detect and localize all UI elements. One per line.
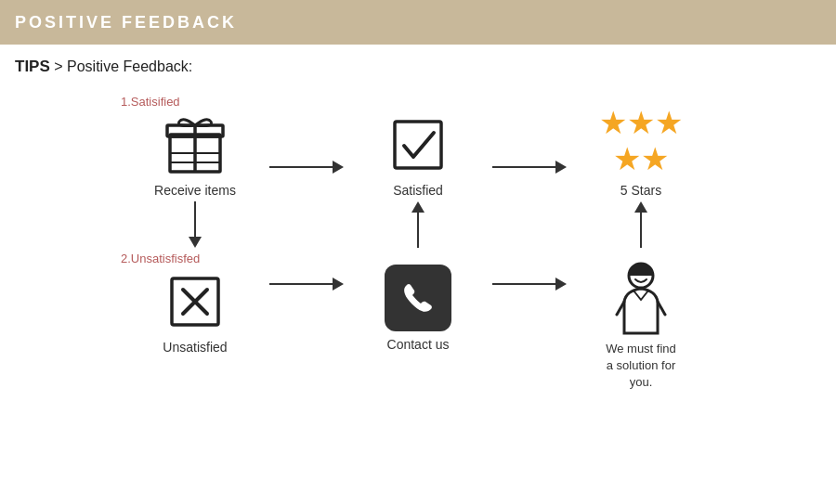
stars-display: ★★★ ★★ bbox=[599, 105, 683, 177]
arrow-down-1 bbox=[121, 198, 269, 252]
row1: 1.Satisified Receive items bbox=[28, 95, 808, 198]
unsatisfied-block: 2.Unsatisfisfed Unsatisfied bbox=[121, 252, 269, 355]
svg-rect-6 bbox=[395, 122, 441, 168]
satisfied-icon bbox=[385, 112, 451, 177]
solution-block: We must finda solution foryou. bbox=[567, 261, 715, 392]
solution-label: We must finda solution foryou. bbox=[606, 341, 676, 392]
row3: 2.Unsatisfisfed Unsatisfied Contact us bbox=[28, 252, 808, 392]
header-banner: POSITIVE FEEDBACK bbox=[0, 0, 836, 45]
arrow-right-3 bbox=[269, 278, 344, 291]
tips-bold: TIPS bbox=[15, 58, 50, 75]
unsatisfied-label: Unsatisfied bbox=[163, 340, 227, 355]
phone-icon-box bbox=[385, 265, 451, 331]
diagram: 1.Satisified Receive items bbox=[0, 85, 836, 401]
five-stars-label: 5 Stars bbox=[620, 183, 661, 198]
phone-icon bbox=[399, 279, 437, 317]
satisfied-label: Satisfied bbox=[393, 183, 443, 198]
tips-text: Positive Feedback: bbox=[67, 58, 192, 74]
transition-row bbox=[28, 198, 808, 252]
arrow-right-2 bbox=[492, 161, 567, 174]
five-stars-block: ★★★ ★★ 5 Stars bbox=[567, 105, 715, 198]
person-icon bbox=[607, 261, 674, 335]
arrow-up-1 bbox=[344, 198, 492, 252]
unsatisfied-section-label: 2.Unsatisfisfed bbox=[121, 252, 200, 265]
arrow-right-1 bbox=[269, 161, 344, 174]
tips-line: TIPS > Positive Feedback: bbox=[0, 45, 836, 85]
gift-icon bbox=[163, 112, 228, 177]
arrow-right-4 bbox=[492, 278, 567, 291]
satisfied-section-label: 1.Satisified bbox=[121, 95, 180, 109]
satisfied-block: Satisfied bbox=[344, 112, 492, 198]
header-triangle bbox=[244, 6, 261, 39]
svg-point-12 bbox=[645, 272, 648, 276]
contact-us-block: Contact us bbox=[344, 265, 492, 352]
svg-point-11 bbox=[634, 272, 637, 276]
contact-us-label: Contact us bbox=[387, 337, 450, 352]
header-title: POSITIVE FEEDBACK bbox=[15, 13, 237, 32]
unsatisfied-icon bbox=[163, 269, 228, 334]
receive-items-block: 1.Satisified Receive items bbox=[121, 95, 269, 198]
arrow-up-2 bbox=[567, 198, 715, 252]
tips-separator: > bbox=[54, 58, 67, 74]
receive-items-label: Receive items bbox=[154, 183, 236, 198]
